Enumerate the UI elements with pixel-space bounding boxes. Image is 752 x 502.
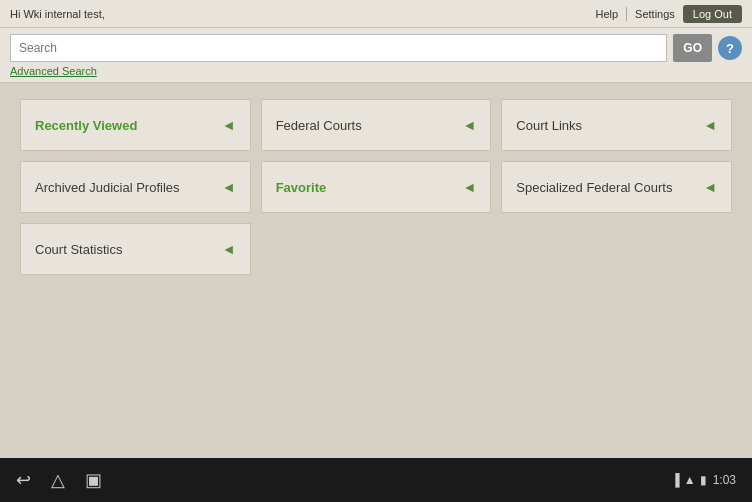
card-label: Archived Judicial Profiles xyxy=(35,180,180,195)
battery-icon: ▮ xyxy=(700,473,707,487)
settings-link[interactable]: Settings xyxy=(635,8,675,20)
card-label: Recently Viewed xyxy=(35,118,137,133)
card-court-links[interactable]: Court Links◄ xyxy=(501,99,732,151)
card-specialized-federal-courts[interactable]: Specialized Federal Courts◄ xyxy=(501,161,732,213)
card-arrow-icon: ◄ xyxy=(222,117,236,133)
top-bar: Hi Wki internal test, Help Settings Log … xyxy=(0,0,752,28)
clock: 1:03 xyxy=(713,473,736,487)
go-button[interactable]: GO xyxy=(673,34,712,62)
card-arrow-icon: ◄ xyxy=(222,241,236,257)
advanced-search-link[interactable]: Advanced Search xyxy=(10,65,97,77)
card-label: Favorite xyxy=(276,180,327,195)
card-arrow-icon: ◄ xyxy=(462,179,476,195)
empty-cell xyxy=(261,223,492,275)
card-label: Court Links xyxy=(516,118,582,133)
card-recently-viewed[interactable]: Recently Viewed◄ xyxy=(20,99,251,151)
cards-grid: Recently Viewed◄Federal Courts◄Court Lin… xyxy=(20,99,732,275)
card-favorite[interactable]: Favorite◄ xyxy=(261,161,492,213)
card-arrow-icon: ◄ xyxy=(703,179,717,195)
greeting-text: Hi Wki internal test, xyxy=(10,8,105,20)
android-nav: ↩ △ ▣ xyxy=(16,469,102,491)
card-arrow-icon: ◄ xyxy=(703,117,717,133)
empty-cell xyxy=(501,223,732,275)
android-bar: ↩ △ ▣ ▐ ▲ ▮ 1:03 xyxy=(0,458,752,502)
main-content: Recently Viewed◄Federal Courts◄Court Lin… xyxy=(0,83,752,458)
status-area: ▐ ▲ ▮ 1:03 xyxy=(671,473,736,487)
logout-button[interactable]: Log Out xyxy=(683,5,742,23)
card-arrow-icon: ◄ xyxy=(222,179,236,195)
search-input[interactable] xyxy=(10,34,667,62)
help-link[interactable]: Help xyxy=(595,8,618,20)
card-label: Specialized Federal Courts xyxy=(516,180,672,195)
card-federal-courts[interactable]: Federal Courts◄ xyxy=(261,99,492,151)
status-icons: ▐ ▲ ▮ xyxy=(671,473,706,487)
card-arrow-icon: ◄ xyxy=(462,117,476,133)
card-archived-judicial-profiles[interactable]: Archived Judicial Profiles◄ xyxy=(20,161,251,213)
search-bar: GO ? Advanced Search xyxy=(0,28,752,83)
home-button[interactable]: △ xyxy=(51,469,65,491)
card-label: Court Statistics xyxy=(35,242,122,257)
divider xyxy=(626,7,627,21)
signal-icon: ▐ xyxy=(671,473,680,487)
search-help-button[interactable]: ? xyxy=(718,36,742,60)
card-court-statistics[interactable]: Court Statistics◄ xyxy=(20,223,251,275)
search-row: GO ? xyxy=(10,34,742,62)
top-bar-actions: Help Settings Log Out xyxy=(595,5,742,23)
back-button[interactable]: ↩ xyxy=(16,469,31,491)
card-label: Federal Courts xyxy=(276,118,362,133)
apps-button[interactable]: ▣ xyxy=(85,469,102,491)
wifi-icon: ▲ xyxy=(684,473,696,487)
